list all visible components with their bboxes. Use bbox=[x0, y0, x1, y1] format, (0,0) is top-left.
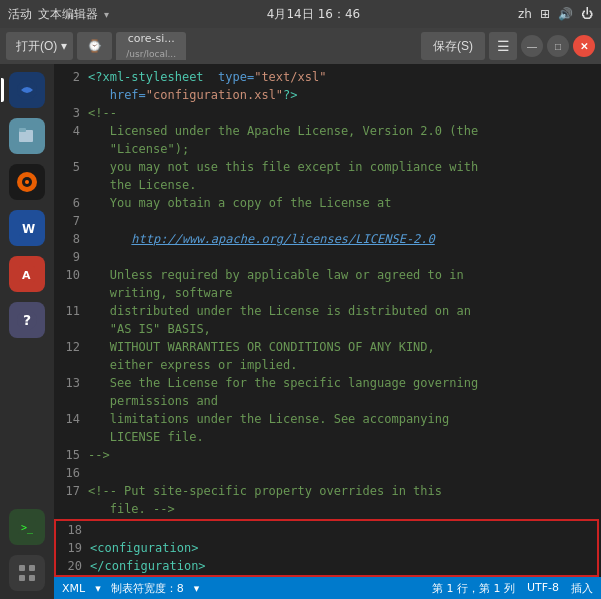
svg-text:?: ? bbox=[23, 312, 31, 328]
power-icon[interactable]: ⏻ bbox=[581, 7, 593, 21]
time-label: 16：46 bbox=[318, 6, 361, 23]
minimize-button[interactable]: — bbox=[521, 35, 543, 57]
code-line-5b: the License. bbox=[54, 176, 601, 194]
menu-button[interactable]: ☰ bbox=[489, 32, 517, 60]
sidebar-item-rhythmbox[interactable] bbox=[5, 160, 49, 204]
tab-filename: core-si... bbox=[128, 33, 175, 44]
position-label: 第 1 行，第 1 列 bbox=[432, 581, 515, 596]
svg-rect-16 bbox=[19, 575, 25, 581]
svg-rect-15 bbox=[29, 565, 35, 571]
code-line-12: 12 WITHOUT WARRANTIES OR CONDITIONS OF A… bbox=[54, 338, 601, 356]
format-arrow[interactable]: ▾ bbox=[95, 582, 101, 595]
close-button[interactable]: ✕ bbox=[573, 35, 595, 57]
main-area: W A ? >_ 2 bbox=[0, 64, 601, 599]
code-line-8: 8 http://www.apache.org/licenses/LICENSE… bbox=[54, 230, 601, 248]
top-bar-left: 活动 文本编辑器 ▾ bbox=[8, 6, 109, 23]
sidebar-item-help[interactable]: ? bbox=[5, 298, 49, 342]
app-name-label: 文本编辑器 bbox=[38, 6, 98, 23]
code-line-17b: file. --> bbox=[54, 500, 601, 518]
grid-icon bbox=[9, 555, 45, 591]
top-bar: 活动 文本编辑器 ▾ 4月14日 16：46 zh ⊞ 🔊 ⏻ bbox=[0, 0, 601, 28]
recent-button[interactable]: ⌚ bbox=[77, 32, 112, 60]
sidebar-item-libreoffice[interactable]: W bbox=[5, 206, 49, 250]
top-bar-center: 4月14日 16：46 bbox=[267, 6, 360, 23]
code-line-14b: LICENSE file. bbox=[54, 428, 601, 446]
svg-rect-2 bbox=[19, 128, 26, 132]
code-line-18: 18 bbox=[56, 521, 597, 539]
code-line-4: 4 Licensed under the Apache License, Ver… bbox=[54, 122, 601, 140]
maximize-button[interactable]: □ bbox=[547, 35, 569, 57]
volume-icon[interactable]: 🔊 bbox=[558, 7, 573, 21]
code-line-17: 17 <!-- Put site-specific property overr… bbox=[54, 482, 601, 500]
svg-text:>_: >_ bbox=[21, 522, 34, 534]
status-bar: XML ▾ 制表符宽度：8 ▾ 第 1 行，第 1 列 UTF-8 插入 bbox=[54, 577, 601, 599]
svg-point-5 bbox=[25, 180, 29, 184]
code-line-7: 7 bbox=[54, 212, 601, 230]
sidebar-item-files[interactable] bbox=[5, 114, 49, 158]
code-line-9: 9 bbox=[54, 248, 601, 266]
network-icon[interactable]: ⊞ bbox=[540, 7, 550, 21]
code-line-16: 16 bbox=[54, 464, 601, 482]
rhythmbox-icon bbox=[9, 164, 45, 200]
open-arrow-icon: ▾ bbox=[61, 39, 67, 53]
code-line-13: 13 See the License for the specific lang… bbox=[54, 374, 601, 392]
code-line-11b: "AS IS" BASIS, bbox=[54, 320, 601, 338]
code-line-12b: either express or implied. bbox=[54, 356, 601, 374]
sidebar-item-terminal[interactable]: >_ bbox=[5, 505, 49, 549]
lang-label: zh bbox=[518, 7, 532, 21]
editor-area[interactable]: 2 <?xml-stylesheet type="text/xsl" href=… bbox=[54, 64, 601, 599]
encoding-label: UTF-8 bbox=[527, 581, 559, 596]
svg-text:W: W bbox=[22, 222, 35, 236]
sidebar-item-thunderbird[interactable] bbox=[5, 68, 49, 112]
code-line-3: 3 <!-- bbox=[54, 104, 601, 122]
tab-filepath: /usr/local... bbox=[126, 50, 176, 59]
tab-width-label[interactable]: 制表符宽度：8 bbox=[111, 581, 184, 596]
svg-rect-14 bbox=[19, 565, 25, 571]
code-line-20: 20 </configuration> bbox=[56, 557, 597, 575]
code-line-6: 6 You may obtain a copy of the License a… bbox=[54, 194, 601, 212]
svg-rect-17 bbox=[29, 575, 35, 581]
activities-button[interactable]: 活动 bbox=[8, 6, 32, 23]
code-line-14: 14 limitations under the License. See ac… bbox=[54, 410, 601, 428]
code-line-13b: permissions and bbox=[54, 392, 601, 410]
code-line-2b: href="configuration.xsl"?> bbox=[54, 86, 601, 104]
code-line-19: 19 <configuration> bbox=[56, 539, 597, 557]
tab-width-arrow[interactable]: ▾ bbox=[194, 582, 200, 595]
code-line-11: 11 distributed under the License is dist… bbox=[54, 302, 601, 320]
code-line-4b: "License"); bbox=[54, 140, 601, 158]
app-menu-arrow[interactable]: ▾ bbox=[104, 9, 109, 20]
thunderbird-icon bbox=[9, 72, 45, 108]
save-button[interactable]: 保存(S) bbox=[421, 32, 485, 60]
code-line-15: 15 --> bbox=[54, 446, 601, 464]
date-label: 4月14日 bbox=[267, 6, 314, 23]
files-icon bbox=[9, 118, 45, 154]
terminal-icon: >_ bbox=[9, 509, 45, 545]
code-line-10: 10 Unless required by applicable law or … bbox=[54, 266, 601, 284]
open-button[interactable]: 打开(O) ▾ bbox=[6, 32, 73, 60]
mode-label: 插入 bbox=[571, 581, 593, 596]
software-icon: A bbox=[9, 256, 45, 292]
sidebar-item-grid[interactable] bbox=[5, 551, 49, 595]
file-tab[interactable]: core-si... /usr/local... bbox=[116, 32, 186, 60]
sidebar: W A ? >_ bbox=[0, 64, 54, 599]
code-line-5: 5 you may not use this file except in co… bbox=[54, 158, 601, 176]
top-bar-right: zh ⊞ 🔊 ⏻ bbox=[518, 7, 593, 21]
editor-content[interactable]: 2 <?xml-stylesheet type="text/xsl" href=… bbox=[54, 64, 601, 577]
format-label[interactable]: XML bbox=[62, 582, 85, 595]
help-icon: ? bbox=[9, 302, 45, 338]
sidebar-item-software[interactable]: A bbox=[5, 252, 49, 296]
status-bar-right: 第 1 行，第 1 列 UTF-8 插入 bbox=[432, 581, 593, 596]
code-line-10b: writing, software bbox=[54, 284, 601, 302]
svg-text:A: A bbox=[22, 269, 31, 282]
code-line-2: 2 <?xml-stylesheet type="text/xsl" bbox=[54, 68, 601, 86]
libreoffice-icon: W bbox=[9, 210, 45, 246]
title-bar: 打开(O) ▾ ⌚ core-si... /usr/local... 保存(S)… bbox=[0, 28, 601, 64]
